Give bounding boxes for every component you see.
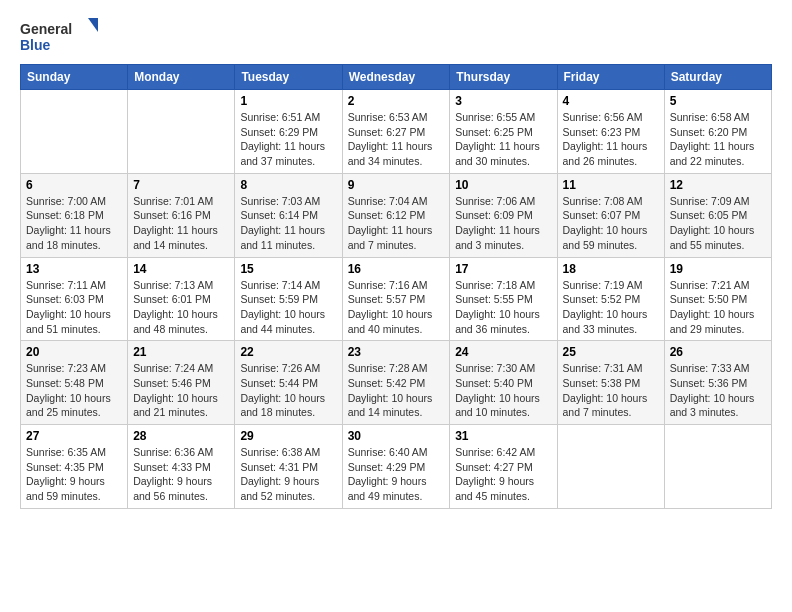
calendar-cell: 28Sunrise: 6:36 AM Sunset: 4:33 PM Dayli… [128, 425, 235, 509]
day-number: 23 [348, 345, 445, 359]
day-of-week-header: Friday [557, 65, 664, 90]
page-header: General Blue [20, 16, 772, 56]
day-info: Sunrise: 7:33 AM Sunset: 5:36 PM Dayligh… [670, 361, 766, 420]
day-info: Sunrise: 6:35 AM Sunset: 4:35 PM Dayligh… [26, 445, 122, 504]
day-number: 4 [563, 94, 659, 108]
day-number: 9 [348, 178, 445, 192]
day-of-week-header: Wednesday [342, 65, 450, 90]
calendar-body: 1Sunrise: 6:51 AM Sunset: 6:29 PM Daylig… [21, 90, 772, 509]
calendar-cell [21, 90, 128, 174]
day-number: 8 [240, 178, 336, 192]
calendar-cell: 14Sunrise: 7:13 AM Sunset: 6:01 PM Dayli… [128, 257, 235, 341]
day-info: Sunrise: 7:14 AM Sunset: 5:59 PM Dayligh… [240, 278, 336, 337]
day-info: Sunrise: 7:31 AM Sunset: 5:38 PM Dayligh… [563, 361, 659, 420]
calendar-cell: 27Sunrise: 6:35 AM Sunset: 4:35 PM Dayli… [21, 425, 128, 509]
logo-svg: General Blue [20, 16, 100, 56]
calendar-cell: 31Sunrise: 6:42 AM Sunset: 4:27 PM Dayli… [450, 425, 557, 509]
day-info: Sunrise: 6:40 AM Sunset: 4:29 PM Dayligh… [348, 445, 445, 504]
calendar-cell: 22Sunrise: 7:26 AM Sunset: 5:44 PM Dayli… [235, 341, 342, 425]
day-info: Sunrise: 7:16 AM Sunset: 5:57 PM Dayligh… [348, 278, 445, 337]
logo: General Blue [20, 16, 100, 56]
calendar-cell: 3Sunrise: 6:55 AM Sunset: 6:25 PM Daylig… [450, 90, 557, 174]
day-number: 22 [240, 345, 336, 359]
day-info: Sunrise: 7:30 AM Sunset: 5:40 PM Dayligh… [455, 361, 551, 420]
day-info: Sunrise: 7:28 AM Sunset: 5:42 PM Dayligh… [348, 361, 445, 420]
day-number: 7 [133, 178, 229, 192]
day-info: Sunrise: 7:00 AM Sunset: 6:18 PM Dayligh… [26, 194, 122, 253]
calendar-cell: 2Sunrise: 6:53 AM Sunset: 6:27 PM Daylig… [342, 90, 450, 174]
calendar-cell: 29Sunrise: 6:38 AM Sunset: 4:31 PM Dayli… [235, 425, 342, 509]
day-info: Sunrise: 7:06 AM Sunset: 6:09 PM Dayligh… [455, 194, 551, 253]
calendar-week-row: 27Sunrise: 6:35 AM Sunset: 4:35 PM Dayli… [21, 425, 772, 509]
day-info: Sunrise: 7:13 AM Sunset: 6:01 PM Dayligh… [133, 278, 229, 337]
calendar-cell: 30Sunrise: 6:40 AM Sunset: 4:29 PM Dayli… [342, 425, 450, 509]
svg-text:General: General [20, 21, 72, 37]
day-info: Sunrise: 6:36 AM Sunset: 4:33 PM Dayligh… [133, 445, 229, 504]
day-number: 19 [670, 262, 766, 276]
day-number: 10 [455, 178, 551, 192]
calendar-cell: 16Sunrise: 7:16 AM Sunset: 5:57 PM Dayli… [342, 257, 450, 341]
days-header-row: SundayMondayTuesdayWednesdayThursdayFrid… [21, 65, 772, 90]
day-info: Sunrise: 7:24 AM Sunset: 5:46 PM Dayligh… [133, 361, 229, 420]
day-info: Sunrise: 7:03 AM Sunset: 6:14 PM Dayligh… [240, 194, 336, 253]
day-info: Sunrise: 7:18 AM Sunset: 5:55 PM Dayligh… [455, 278, 551, 337]
day-info: Sunrise: 6:38 AM Sunset: 4:31 PM Dayligh… [240, 445, 336, 504]
day-info: Sunrise: 6:51 AM Sunset: 6:29 PM Dayligh… [240, 110, 336, 169]
day-info: Sunrise: 6:42 AM Sunset: 4:27 PM Dayligh… [455, 445, 551, 504]
day-number: 26 [670, 345, 766, 359]
calendar-cell [557, 425, 664, 509]
day-info: Sunrise: 7:09 AM Sunset: 6:05 PM Dayligh… [670, 194, 766, 253]
day-number: 29 [240, 429, 336, 443]
day-of-week-header: Sunday [21, 65, 128, 90]
day-info: Sunrise: 7:21 AM Sunset: 5:50 PM Dayligh… [670, 278, 766, 337]
calendar-cell: 8Sunrise: 7:03 AM Sunset: 6:14 PM Daylig… [235, 173, 342, 257]
day-info: Sunrise: 6:53 AM Sunset: 6:27 PM Dayligh… [348, 110, 445, 169]
calendar-cell: 5Sunrise: 6:58 AM Sunset: 6:20 PM Daylig… [664, 90, 771, 174]
calendar-cell: 17Sunrise: 7:18 AM Sunset: 5:55 PM Dayli… [450, 257, 557, 341]
calendar-cell: 9Sunrise: 7:04 AM Sunset: 6:12 PM Daylig… [342, 173, 450, 257]
day-number: 27 [26, 429, 122, 443]
day-number: 21 [133, 345, 229, 359]
calendar-cell: 25Sunrise: 7:31 AM Sunset: 5:38 PM Dayli… [557, 341, 664, 425]
calendar-week-row: 1Sunrise: 6:51 AM Sunset: 6:29 PM Daylig… [21, 90, 772, 174]
day-number: 15 [240, 262, 336, 276]
calendar-table: SundayMondayTuesdayWednesdayThursdayFrid… [20, 64, 772, 509]
calendar-cell: 10Sunrise: 7:06 AM Sunset: 6:09 PM Dayli… [450, 173, 557, 257]
day-number: 20 [26, 345, 122, 359]
day-info: Sunrise: 7:08 AM Sunset: 6:07 PM Dayligh… [563, 194, 659, 253]
day-number: 11 [563, 178, 659, 192]
calendar-cell: 21Sunrise: 7:24 AM Sunset: 5:46 PM Dayli… [128, 341, 235, 425]
day-number: 12 [670, 178, 766, 192]
day-number: 3 [455, 94, 551, 108]
calendar-cell: 1Sunrise: 6:51 AM Sunset: 6:29 PM Daylig… [235, 90, 342, 174]
day-info: Sunrise: 7:01 AM Sunset: 6:16 PM Dayligh… [133, 194, 229, 253]
day-number: 1 [240, 94, 336, 108]
calendar-cell: 6Sunrise: 7:00 AM Sunset: 6:18 PM Daylig… [21, 173, 128, 257]
calendar-cell: 4Sunrise: 6:56 AM Sunset: 6:23 PM Daylig… [557, 90, 664, 174]
calendar-cell [128, 90, 235, 174]
day-number: 28 [133, 429, 229, 443]
calendar-cell: 19Sunrise: 7:21 AM Sunset: 5:50 PM Dayli… [664, 257, 771, 341]
day-info: Sunrise: 7:11 AM Sunset: 6:03 PM Dayligh… [26, 278, 122, 337]
day-number: 14 [133, 262, 229, 276]
day-info: Sunrise: 7:19 AM Sunset: 5:52 PM Dayligh… [563, 278, 659, 337]
day-info: Sunrise: 7:26 AM Sunset: 5:44 PM Dayligh… [240, 361, 336, 420]
day-of-week-header: Monday [128, 65, 235, 90]
calendar-cell: 11Sunrise: 7:08 AM Sunset: 6:07 PM Dayli… [557, 173, 664, 257]
calendar-cell [664, 425, 771, 509]
day-number: 17 [455, 262, 551, 276]
day-info: Sunrise: 7:23 AM Sunset: 5:48 PM Dayligh… [26, 361, 122, 420]
day-of-week-header: Saturday [664, 65, 771, 90]
day-number: 30 [348, 429, 445, 443]
calendar-cell: 23Sunrise: 7:28 AM Sunset: 5:42 PM Dayli… [342, 341, 450, 425]
calendar-cell: 18Sunrise: 7:19 AM Sunset: 5:52 PM Dayli… [557, 257, 664, 341]
calendar-cell: 13Sunrise: 7:11 AM Sunset: 6:03 PM Dayli… [21, 257, 128, 341]
calendar-cell: 20Sunrise: 7:23 AM Sunset: 5:48 PM Dayli… [21, 341, 128, 425]
day-number: 31 [455, 429, 551, 443]
day-info: Sunrise: 6:58 AM Sunset: 6:20 PM Dayligh… [670, 110, 766, 169]
svg-marker-2 [88, 18, 98, 32]
day-info: Sunrise: 6:55 AM Sunset: 6:25 PM Dayligh… [455, 110, 551, 169]
day-number: 18 [563, 262, 659, 276]
day-number: 25 [563, 345, 659, 359]
day-info: Sunrise: 6:56 AM Sunset: 6:23 PM Dayligh… [563, 110, 659, 169]
